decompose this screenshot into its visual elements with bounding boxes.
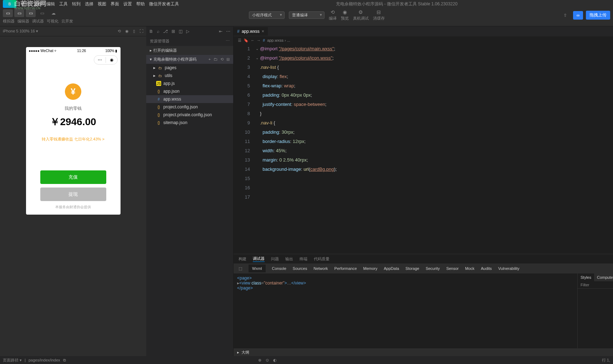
devtools-tab-Audits[interactable]: Audits (481, 266, 492, 271)
devtools-tab-Security[interactable]: Security (426, 266, 440, 271)
device-selector[interactable]: iPhone 5 100% 16 ▾ (3, 29, 38, 34)
tree-item-project.config.json[interactable]: {}project.config.json (146, 103, 233, 111)
close-tab-icon[interactable]: × (262, 29, 264, 34)
preview-button[interactable]: ◉预览 (341, 9, 349, 21)
devtools-tab-Sources[interactable]: Sources (293, 266, 307, 271)
tree-item-pages[interactable]: ▸🗀pages (146, 64, 233, 72)
explorer-branch-icon[interactable]: ⎇ (163, 29, 168, 34)
tree-item-app.js[interactable]: JSapp.js (146, 80, 233, 87)
wxml-inspector[interactable]: <page> ▸<view class="container">…</view>… (234, 273, 577, 348)
menu-设置[interactable]: 设置 (123, 1, 132, 7)
js-icon: JS (156, 81, 161, 86)
explorer-collapse-icon[interactable]: ⇤ (219, 29, 223, 34)
explorer-db-icon[interactable]: ◫ (179, 29, 183, 34)
editor-toggle[interactable]: ▭ (14, 9, 24, 17)
forward-icon[interactable]: → (257, 38, 261, 42)
capsule-close-icon[interactable]: ◉ (106, 57, 117, 62)
bookmark-icon[interactable]: 🔖 (244, 38, 249, 43)
debug-tab-调试器[interactable]: 调试器 (253, 256, 265, 262)
cloud-dev-toggle[interactable]: ☁ (48, 9, 58, 17)
devtools-tab-AppData[interactable]: AppData (384, 266, 399, 271)
debug-tab-构建[interactable]: 构建 (239, 256, 246, 262)
page-path[interactable]: pages/index/index (29, 358, 60, 362)
explorer-files-icon[interactable]: 🗎 (149, 29, 153, 34)
devtools-tab-Mock[interactable]: Mock (465, 266, 474, 271)
status-icon-2[interactable]: ⊙ (266, 358, 269, 363)
menu-编辑[interactable]: 编辑 (46, 1, 55, 7)
computed-tab[interactable]: Computed (594, 273, 613, 281)
explorer-debug-icon[interactable]: ▷ (186, 29, 189, 34)
explorer-ext-icon[interactable]: ⊞ (172, 29, 175, 34)
menu-界面[interactable]: 界面 (111, 1, 119, 7)
sim-record-icon[interactable]: ◉ (125, 29, 129, 34)
upload-icon[interactable]: ⇧ (560, 11, 570, 19)
mode-select[interactable]: 小程序模式 (249, 11, 285, 19)
debug-tab-输出[interactable]: 输出 (285, 256, 293, 262)
remote-debug-button[interactable]: ⚙真机调试 (353, 9, 369, 21)
withdraw-button[interactable]: 提现 (40, 188, 106, 201)
explorer-menu-icon[interactable]: ⋯ (226, 39, 230, 44)
menu-工具[interactable]: 工具 (59, 1, 68, 7)
outline-bar[interactable]: ▸大纲 (234, 348, 613, 356)
capsule-more-icon[interactable]: ⋯ (94, 57, 106, 62)
compile-select[interactable]: 普通编译 (289, 11, 325, 19)
inspect-icon[interactable]: ⬚ (239, 266, 242, 271)
visual-toggle[interactable]: ▭ (37, 9, 47, 17)
open-editors-section[interactable]: ▸打开的编辑器 (146, 46, 233, 55)
capsule-menu[interactable]: ⋯ ◉ (94, 55, 118, 65)
clear-cache-button[interactable]: ⊟清缓存 (373, 9, 385, 21)
styles-filter[interactable]: Filter (578, 281, 613, 289)
editor-tab-appwxss[interactable]: # app.wxss × (234, 27, 268, 36)
cloud-icon[interactable]: ∞ (573, 11, 583, 20)
tree-item-app.wxss[interactable]: #app.wxss (146, 95, 233, 103)
new-folder-icon[interactable]: 🗀 (214, 57, 218, 62)
sim-device-icon[interactable]: ▯ (133, 29, 135, 34)
copy-path-icon[interactable]: ⧉ (63, 358, 66, 363)
project-section[interactable]: ▾充电余额特效小程序源码 + 🗀 ⟲ ⊟ (146, 55, 233, 64)
debug-tab-终端[interactable]: 终端 (300, 256, 307, 262)
menu-视图[interactable]: 视图 (98, 1, 106, 7)
devtools-tab-Vulnerability[interactable]: Vulnerability (498, 266, 520, 271)
menu-选择[interactable]: 选择 (85, 1, 93, 7)
debug-tab-问题[interactable]: 问题 (271, 256, 279, 262)
status-icon-3[interactable]: ◐ (273, 358, 277, 363)
sim-expand-icon[interactable]: ⛶ (139, 29, 143, 34)
menu-转到[interactable]: 转到 (72, 1, 81, 7)
compile-button[interactable]: ⟲编译 (329, 9, 337, 21)
explorer-more-icon[interactable]: ⋯ (226, 29, 230, 34)
sim-refresh-icon[interactable]: ⟲ (118, 29, 121, 34)
styles-tab[interactable]: Styles (578, 273, 594, 281)
tree-item-sitemap.json[interactable]: {}sitemap.json (146, 119, 233, 127)
wallet-tip[interactable]: 转入零钱通赚收益 七日年化2.43% > (42, 137, 104, 142)
breadcrumb[interactable]: ☰ 🔖 ← → # app.wxss › ... (234, 36, 613, 44)
debug-tab-代码质量[interactable]: 代码质量 (314, 256, 330, 262)
collapse-all-icon[interactable]: ⊟ (226, 57, 230, 62)
devtools-tab-Wxml[interactable]: Wxml (249, 265, 266, 272)
drag-upload-button[interactable]: 拖拽上传 (586, 11, 610, 20)
debugger-toggle[interactable]: ▭ (26, 9, 36, 17)
tree-item-utils[interactable]: ▸🗀utils (146, 72, 233, 80)
recharge-button[interactable]: 充值 (40, 170, 106, 184)
devtools-tab-Memory[interactable]: Memory (363, 266, 378, 271)
refresh-icon[interactable]: ⟲ (220, 57, 224, 62)
devtools-tab-Performance[interactable]: Performance (334, 266, 357, 271)
page-path-label[interactable]: 页面路径 ▾ (3, 358, 22, 363)
menu-项目[interactable]: 项目 (21, 1, 29, 7)
status-icon-1[interactable]: ⊕ (258, 358, 261, 363)
devtools-tab-Sensor[interactable]: Sensor (446, 266, 459, 271)
devtools-tab-Console[interactable]: Console (272, 266, 286, 271)
tree-item-app.json[interactable]: {}app.json (146, 87, 233, 95)
menu-帮助[interactable]: 帮助 (136, 1, 145, 7)
new-file-icon[interactable]: + (209, 57, 211, 62)
toggle-panel-icon[interactable]: ☰ (238, 38, 241, 43)
simulator-toggle[interactable]: ▭ (3, 9, 13, 17)
toolbar-label: 可视化 (47, 19, 58, 24)
back-icon[interactable]: ← (251, 38, 255, 42)
menu-微信开发者工具[interactable]: 微信开发者工具 (149, 1, 179, 7)
code-editor[interactable]: @import "/pages/colorui/main.wxss";@impo… (260, 44, 613, 254)
devtools-tab-Network[interactable]: Network (313, 266, 328, 271)
tree-item-project.private.config.json[interactable]: {}project.private.config.json (146, 111, 233, 119)
menu-文件[interactable]: 文件 (34, 1, 42, 7)
devtools-tab-Storage[interactable]: Storage (405, 266, 419, 271)
explorer-search-icon[interactable]: ⌕ (157, 29, 159, 34)
